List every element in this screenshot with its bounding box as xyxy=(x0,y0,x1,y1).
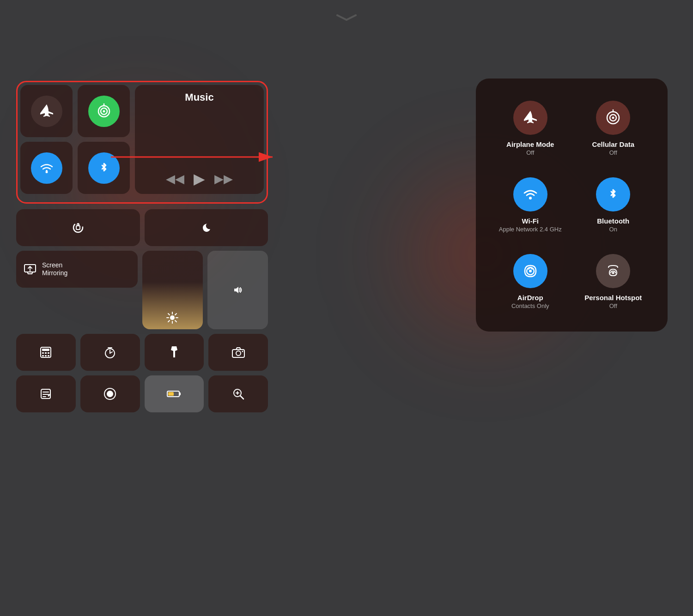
top-row: Music ◀◀ ▶ ▶▶ xyxy=(20,85,264,194)
svg-rect-41 xyxy=(168,392,174,396)
cellular-data-sublabel: Off xyxy=(609,149,617,156)
airdrop-label: AirDrop xyxy=(517,294,543,302)
zoom-button[interactable] xyxy=(208,375,268,412)
svg-rect-40 xyxy=(179,393,181,395)
bluetooth-circle xyxy=(596,177,630,211)
svg-point-32 xyxy=(242,351,243,352)
expanded-airdrop[interactable]: AirDrop Contacts Only xyxy=(489,246,572,318)
svg-line-15 xyxy=(175,314,176,315)
row5 xyxy=(16,375,268,412)
media-controls: ◀◀ ▶ ▶▶ xyxy=(143,170,255,187)
bluetooth-sublabel: On xyxy=(609,226,617,233)
airplane-icon xyxy=(38,103,55,120)
screen-mirroring-label: Screen Mirroring xyxy=(42,261,67,277)
svg-point-31 xyxy=(236,351,241,356)
cellular-data-circle xyxy=(596,101,630,135)
svg-point-38 xyxy=(107,391,113,397)
airplane-mode-sublabel: Off xyxy=(526,149,534,156)
brightness-slider[interactable] xyxy=(142,251,203,329)
svg-point-2 xyxy=(103,110,105,112)
moon-icon xyxy=(198,220,214,236)
flashlight-button[interactable] xyxy=(145,334,204,371)
notes-button[interactable] xyxy=(16,375,76,412)
battery-button[interactable] xyxy=(145,375,204,412)
svg-point-8 xyxy=(170,315,175,320)
svg-rect-18 xyxy=(42,349,49,351)
brightness-icon xyxy=(166,312,178,324)
svg-point-55 xyxy=(612,272,614,274)
prev-button[interactable]: ◀◀ xyxy=(166,172,184,186)
expanded-bluetooth[interactable]: Bluetooth On xyxy=(572,169,655,241)
rotation-lock-icon xyxy=(70,220,86,236)
cellular-icon-bg xyxy=(88,96,120,127)
svg-point-54 xyxy=(529,270,532,272)
svg-line-14 xyxy=(175,320,176,322)
expanded-airplane-mode[interactable]: Airplane Mode Off xyxy=(489,92,572,164)
svg-line-16 xyxy=(168,320,170,322)
calculator-icon xyxy=(39,345,53,359)
row3: Screen Mirroring xyxy=(16,251,268,329)
do-not-disturb-button[interactable] xyxy=(145,209,268,246)
hotspot-circle xyxy=(596,254,630,288)
music-title: Music xyxy=(143,91,255,103)
volume-slider[interactable] xyxy=(207,251,268,329)
arrow-indicator xyxy=(106,143,282,171)
row4 xyxy=(16,334,268,371)
airplane-mode-icon-bg xyxy=(31,96,62,127)
bluetooth-expanded-icon xyxy=(604,186,622,203)
svg-point-52 xyxy=(529,197,532,199)
svg-line-43 xyxy=(240,396,243,399)
airdrop-circle xyxy=(513,254,547,288)
svg-rect-33 xyxy=(41,389,50,399)
svg-rect-23 xyxy=(45,355,47,356)
expanded-wifi[interactable]: Wi-Fi Apple Network 2.4 GHz xyxy=(489,169,572,241)
wifi-sublabel: Apple Network 2.4 GHz xyxy=(499,226,562,233)
camera-icon xyxy=(231,346,245,358)
calculator-button[interactable] xyxy=(16,334,76,371)
airplane-mode-button[interactable] xyxy=(20,85,73,137)
cellular-data-expanded-icon xyxy=(604,109,622,127)
expanded-personal-hotspot[interactable]: Personal Hotspot Off xyxy=(572,246,655,318)
camera-button[interactable] xyxy=(208,334,268,371)
left-control-center: Music ◀◀ ▶ ▶▶ xyxy=(16,81,268,412)
airplane-mode-circle xyxy=(513,101,547,135)
hotspot-icon xyxy=(604,262,622,280)
red-outline-box: Music ◀◀ ▶ ▶▶ xyxy=(16,81,268,204)
connectivity-grid xyxy=(20,85,130,194)
svg-rect-6 xyxy=(76,226,80,229)
svg-rect-19 xyxy=(42,352,44,354)
hotspot-label: Personal Hotspot xyxy=(584,294,642,302)
bluetooth-label: Bluetooth xyxy=(597,217,629,225)
wifi-icon-bg xyxy=(31,152,62,184)
cellular-button[interactable] xyxy=(78,85,130,137)
svg-point-4 xyxy=(45,171,48,173)
airdrop-sublabel: Contacts Only xyxy=(511,302,549,309)
chevron-top-icon[interactable] xyxy=(335,13,358,21)
screen-record-button[interactable] xyxy=(80,375,140,412)
screen-mirroring-label1: Screen xyxy=(42,261,62,269)
svg-rect-20 xyxy=(45,352,47,354)
zoom-icon xyxy=(232,387,245,400)
airplane-mode-label: Airplane Mode xyxy=(506,140,554,148)
music-control[interactable]: Music ◀◀ ▶ ▶▶ xyxy=(135,85,264,194)
rotation-lock-button[interactable] xyxy=(16,209,140,246)
play-button[interactable]: ▶ xyxy=(194,170,205,187)
screen-mirroring-label2: Mirroring xyxy=(42,269,67,277)
battery-icon xyxy=(167,390,182,398)
record-icon xyxy=(103,387,116,400)
next-button[interactable]: ▶▶ xyxy=(214,172,233,186)
screen-mirroring-button[interactable]: Screen Mirroring xyxy=(16,251,138,288)
airdrop-icon xyxy=(521,262,540,280)
wifi-button[interactable] xyxy=(20,142,73,194)
expanded-connectivity-panel: Airplane Mode Off Cellular Data Off Wi-F… xyxy=(476,79,668,332)
timer-button[interactable] xyxy=(80,334,140,371)
row2 xyxy=(16,209,268,246)
wifi-icon xyxy=(38,160,55,176)
wifi-circle xyxy=(513,177,547,211)
expanded-cellular-data[interactable]: Cellular Data Off xyxy=(572,92,655,164)
cellular-data-label: Cellular Data xyxy=(592,140,634,148)
svg-rect-22 xyxy=(42,355,44,356)
timer-icon xyxy=(103,345,117,359)
svg-point-50 xyxy=(612,117,614,119)
wifi-label: Wi-Fi xyxy=(522,217,539,225)
